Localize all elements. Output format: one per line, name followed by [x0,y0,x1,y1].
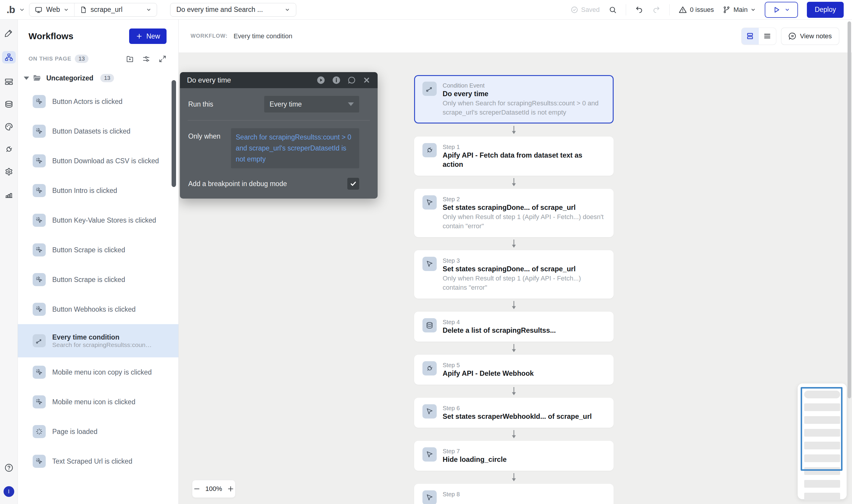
folder-row[interactable]: Uncategorized 13 [24,74,178,83]
workflow-list-item[interactable]: Button Key-Value Stores is clicked [18,205,178,235]
flow-arrow-icon [511,126,517,134]
issues-label: 0 issues [690,6,714,14]
workflow-item-label: Button Scrape is clicked [52,246,125,254]
workflow-list-item[interactable]: Every time condition Search for scraping… [18,324,178,357]
zoom-in-icon[interactable] [227,485,235,493]
chevron-down-icon [19,7,25,13]
check-circle-icon [570,6,578,14]
divider [626,4,626,15]
cursor-click-icon [33,184,46,197]
panel-toolbar [126,55,166,63]
flow-arrow-icon [511,178,517,186]
plugins-tab-icon[interactable] [4,145,13,154]
data-tab-icon[interactable] [4,100,13,109]
minimap[interactable] [798,383,847,499]
canvas-scrollbar-thumb[interactable] [848,21,851,398]
workflow-node[interactable]: Step 1 Apify API - Fetch data from datas… [414,137,614,176]
workflow-list-item[interactable]: Mobile menu icon copy is clicked [18,357,178,387]
minimap-viewport[interactable] [801,387,842,471]
list-view-toggle[interactable] [759,28,776,44]
workflow-node[interactable]: Step 4 Delete a list of scrapingResultss… [414,312,614,342]
workflow-list-item[interactable]: Button Webhooks is clicked [18,294,178,324]
undo-icon[interactable] [635,6,643,14]
node-step-label: Step 8 [442,490,460,498]
logs-tab-icon[interactable] [4,190,13,199]
flow-arrow-icon [511,473,517,482]
workflow-node[interactable]: Step 3 Set states scrapingDone... of scr… [414,250,614,299]
add-folder-icon[interactable] [126,55,134,63]
deploy-button[interactable]: Deploy [807,2,844,18]
workflow-list-item[interactable]: Text Scraped Url is clicked [18,446,178,476]
chevron-down-icon [750,7,756,13]
bubble-editor: .b Web scrape_url [0,0,852,504]
workflow-list-item[interactable]: Button Intro is clicked [18,176,178,205]
workflow-list: Button Actors is clicked Button Datasets… [18,87,178,476]
redo-icon[interactable] [652,6,660,14]
user-avatar[interactable]: I [3,486,14,497]
run-icon[interactable] [316,76,325,85]
workflow-list-item[interactable]: Button Datasets is clicked [18,116,178,146]
node-step-label: Step 7 [442,447,506,455]
run-this-row: Run this Every time [188,96,369,112]
workflow-canvas[interactable]: Condition Event Do every time Only when … [179,20,852,504]
plug-icon [422,361,437,376]
workflow-list-item[interactable]: Button Actors is clicked [18,87,178,116]
cursor-click-icon [33,303,46,316]
workflow-tab-icon[interactable] [2,51,16,64]
cards-view-toggle[interactable] [742,28,759,44]
workflow-node[interactable]: Step 2 Set states scrapingDone... of scr… [414,189,614,237]
workflow-list-item[interactable]: Mobile menu icon is clicked [18,387,178,417]
filter-settings-icon[interactable] [142,55,150,63]
comment-icon[interactable] [347,76,356,85]
info-icon[interactable] [332,76,341,85]
minimap-bar [804,493,840,501]
breakpoint-label: Add a breakpoint in debug mode [188,178,287,190]
search-icon[interactable] [609,6,617,14]
issues-button[interactable]: 0 issues [678,6,714,14]
chevron-down-icon [785,7,790,13]
workflow-node[interactable]: Step 8 [414,484,614,504]
note-bubble-icon [788,32,797,40]
dialog-body: Run this Every time Only when Search for… [180,88,378,199]
preview-button[interactable] [765,2,798,18]
database-icon [422,318,437,332]
node-step-label: Step 5 [442,361,534,369]
play-icon [773,6,780,14]
design-tab-icon[interactable] [4,29,13,37]
node-title: Set states scraperWebhookId... of scrape… [442,412,592,421]
run-this-dropdown[interactable]: Every time [264,96,359,112]
workflow-selector[interactable]: Do every time and Search ... [170,3,296,17]
panel-scrollbar-thumb[interactable] [171,80,176,187]
help-icon[interactable] [4,463,14,472]
styles-tab-icon[interactable] [4,122,13,131]
components-tab-icon[interactable] [4,77,13,86]
condition-expression-box[interactable]: Search for scrapingResultss:count > 0 an… [231,128,359,168]
workflow-node[interactable]: Step 6 Set states scraperWebhookId... of… [414,398,614,428]
settings-tab-icon[interactable] [4,167,13,176]
workflow-node[interactable]: Step 7 Hide loading_circle [414,441,614,471]
workflow-list-item[interactable]: Button Scrape is clicked [18,235,178,265]
expand-icon[interactable] [159,55,166,63]
page-selector[interactable]: scrape_url [74,3,157,16]
view-toggle-group [742,28,776,44]
git-branch-icon [723,6,730,14]
pointer-icon [422,195,437,210]
view-notes-button[interactable]: View notes [781,28,839,44]
platform-selector[interactable]: Web [30,3,74,16]
workflow-item-label: Page is loaded [52,428,97,436]
workflow-list-item[interactable]: Button Download as CSV is clicked [18,146,178,176]
app-menu[interactable]: .b [5,4,29,15]
workflow-node[interactable]: Condition Event Do every time Only when … [414,75,614,124]
save-status: Saved [570,6,600,14]
new-workflow-button[interactable]: New [129,29,166,44]
dialog-header[interactable]: Do every time [180,72,378,88]
workflow-list-item[interactable]: Page is loaded [18,417,178,446]
branch-selector[interactable]: Main [723,6,756,14]
zoom-out-icon[interactable] [193,485,201,493]
workflow-node[interactable]: Step 5 Apify API - Delete Webhook [414,355,614,385]
breakpoint-checkbox[interactable] [347,178,359,190]
workflow-selector-value: Do every time and Search ... [176,6,263,14]
close-icon[interactable] [363,76,370,84]
workflow-list-item[interactable]: Button Scrape is clicked [18,265,178,294]
flow-arrow-icon [511,301,517,309]
